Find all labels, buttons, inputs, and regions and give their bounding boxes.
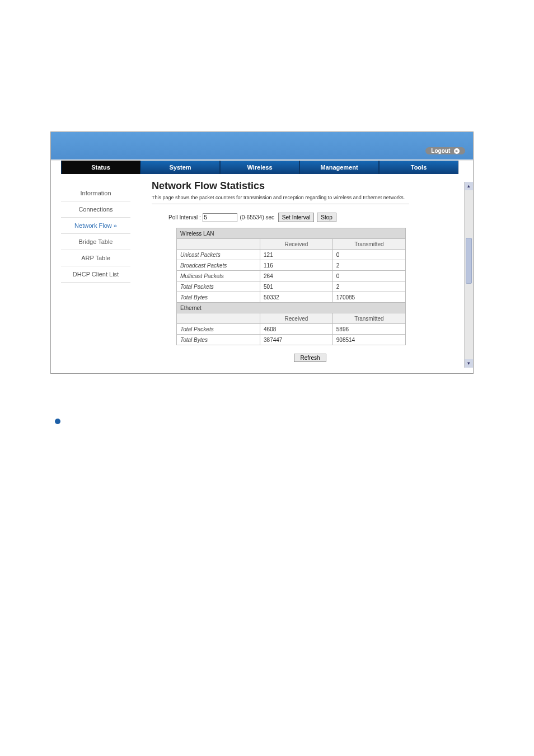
logout-label: Logout	[431, 148, 450, 154]
section-head-wlan: Wireless LAN	[177, 228, 406, 239]
bullet-icon	[55, 419, 60, 424]
table-row: Multicast Packets2640	[177, 271, 406, 281]
table-row: Total Packets46085896	[177, 324, 406, 335]
section-title-eth: Ethernet	[177, 303, 406, 313]
scroll-thumb[interactable]	[466, 238, 472, 284]
table-row: Total Bytes387447908514	[177, 335, 406, 345]
table-row: Total Packets5012	[177, 281, 406, 292]
sidebar-item-label: Bridge Table	[79, 238, 113, 245]
sidebar-item-arp-table[interactable]: ARP Table	[61, 250, 130, 266]
scrollbar[interactable]: ▴ ▾	[464, 182, 473, 368]
section-head-eth: Ethernet	[177, 303, 406, 313]
top-nav: Status System Wireless Management Tools	[51, 159, 473, 174]
logout-arrow-icon: ▸	[454, 148, 460, 154]
scroll-down-icon[interactable]: ▾	[465, 359, 473, 368]
poll-interval-label: Poll Interval :	[168, 214, 201, 220]
sidebar-item-label: ARP Table	[81, 255, 110, 261]
tab-wireless-label: Wireless	[247, 164, 272, 171]
column-headers: Received Transmitted	[177, 313, 406, 324]
column-headers: Received Transmitted	[177, 239, 406, 250]
set-interval-button[interactable]: Set Interval	[278, 213, 315, 222]
sidebar-item-label: Network Flow »	[74, 222, 117, 229]
tab-system[interactable]: System	[140, 161, 220, 174]
table-row: Unicast Packets1210	[177, 250, 406, 260]
tab-tools-label: Tools	[411, 164, 427, 171]
stop-button[interactable]: Stop	[317, 213, 336, 222]
main-panel: Network Flow Statistics This page shows …	[140, 182, 473, 368]
col-transmitted: Transmitted	[332, 239, 405, 250]
tab-wireless[interactable]: Wireless	[220, 161, 299, 174]
sidebar: Information Connections Network Flow » B…	[51, 182, 140, 368]
sidebar-item-connections[interactable]: Connections	[61, 201, 130, 218]
logout-bar: Logout ▸	[51, 143, 473, 159]
tab-system-label: System	[169, 164, 191, 171]
tab-status-label: Status	[91, 164, 110, 171]
section-title-wlan: Wireless LAN	[177, 228, 406, 239]
scroll-up-icon[interactable]: ▴	[465, 182, 473, 190]
page-title: Network Flow Statistics	[152, 180, 469, 192]
stats-table: Wireless LAN Received Transmitted Unicas…	[176, 228, 406, 345]
poll-interval-range: (0-65534) sec	[240, 214, 274, 220]
sidebar-item-network-flow[interactable]: Network Flow »	[61, 218, 130, 234]
poll-interval-input[interactable]	[203, 213, 237, 222]
sidebar-item-label: DHCP Client List	[73, 271, 119, 278]
sidebar-item-information[interactable]: Information	[61, 185, 130, 201]
table-row: Total Bytes50332170085	[177, 292, 406, 303]
app-window: Logout ▸ Status System Wireless Manageme…	[50, 132, 474, 374]
col-received: Received	[260, 239, 333, 250]
sidebar-item-label: Information	[80, 190, 111, 196]
logout-button[interactable]: Logout ▸	[425, 147, 465, 154]
sidebar-item-bridge-table[interactable]: Bridge Table	[61, 234, 130, 250]
table-row: Broadcast Packets1162	[177, 260, 406, 271]
refresh-row: Refresh	[152, 352, 469, 362]
poll-interval-row: Poll Interval : (0-65534) sec Set Interv…	[152, 211, 469, 228]
page-description: This page shows the packet counters for …	[152, 195, 409, 204]
sidebar-item-label: Connections	[78, 206, 113, 213]
refresh-button[interactable]: Refresh	[294, 354, 326, 362]
col-transmitted: Transmitted	[332, 313, 405, 324]
content-wrap: Status System Wireless Management Tools …	[51, 159, 473, 373]
body-area: Information Connections Network Flow » B…	[51, 174, 473, 368]
tab-management-label: Management	[320, 164, 358, 171]
sidebar-item-dhcp-client-list[interactable]: DHCP Client List	[61, 266, 130, 283]
tab-tools[interactable]: Tools	[379, 161, 458, 174]
tab-management[interactable]: Management	[299, 161, 379, 174]
col-received: Received	[260, 313, 333, 324]
tab-status[interactable]: Status	[61, 161, 140, 174]
